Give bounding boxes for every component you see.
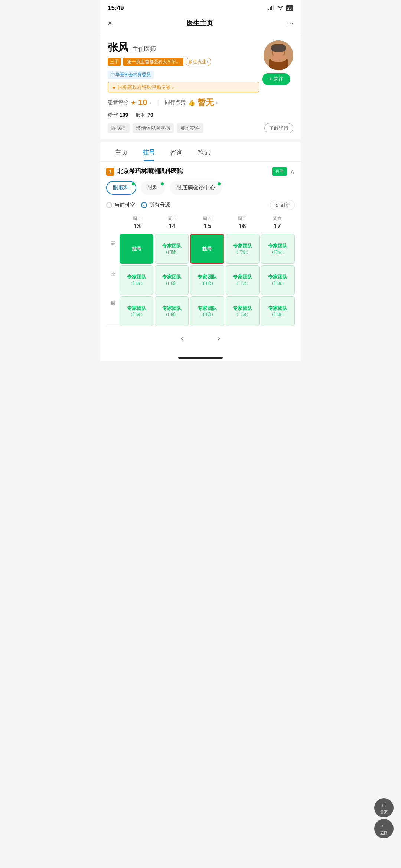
date-4: 17 <box>260 222 295 230</box>
grid-col-1: 专家团队（门诊） 专家团队（门诊） 专家团队（门诊） <box>155 234 189 326</box>
tab-notes[interactable]: 笔记 <box>190 142 218 161</box>
tag-expert[interactable]: ★ 国务院政府特殊津贴专家 › <box>108 82 259 92</box>
peer-value: 暂无 <box>198 97 214 108</box>
star-icon: ★ <box>131 99 136 106</box>
more-icon[interactable]: ··· <box>287 19 293 27</box>
status-time: 15:49 <box>108 4 124 12</box>
grid-col-3: 专家团队（门诊） 专家团队（门诊） 专家团队（门诊） <box>226 234 260 326</box>
filter-all[interactable]: 所有号源 <box>141 202 170 208</box>
collapse-button[interactable]: ∧ <box>290 168 295 176</box>
signal-icon <box>268 5 275 11</box>
dept-dot-fundus <box>132 182 135 185</box>
grid-col-2: 挂号 专家团队（门诊） 专家团队（门诊） <box>190 234 224 326</box>
tabs-row: 主页 挂号 咨询 笔记 <box>100 142 301 162</box>
tab-appointment[interactable]: 挂号 <box>135 142 163 161</box>
fans-count: 粉丝 109 <box>108 112 128 118</box>
svg-point-4 <box>280 9 281 10</box>
day-col-0: 周二 13 <box>120 215 154 233</box>
specialties-row: 眼底病 玻璃体视网膜病 黄斑变性 了解详情 <box>108 123 293 133</box>
stats-row: 患者评分 ★ 10 › | 同行点赞 👍 暂无 › <box>108 97 293 108</box>
cell-0-3[interactable]: 专家团队（门诊） <box>226 234 260 264</box>
cell-2-1[interactable]: 专家团队（门诊） <box>155 296 189 326</box>
specialty-3: 黄斑变性 <box>177 123 203 133</box>
next-button[interactable]: › <box>212 332 226 344</box>
thumb-icon: 👍 <box>188 99 195 106</box>
detail-button[interactable]: 了解详情 <box>264 123 293 133</box>
day-col-3: 周五 16 <box>225 215 260 233</box>
status-right: 23 <box>268 5 293 11</box>
cell-1-3[interactable]: 专家团队（门诊） <box>226 265 260 295</box>
hospital-header: 1 北京希玛林顺潮眼科医院 有号 ∧ <box>106 167 295 176</box>
specialty-2: 玻璃体视网膜病 <box>133 123 174 133</box>
day-col-2: 周四 15 <box>190 215 225 233</box>
tag-member: 中华医学会常务委员 <box>108 71 154 79</box>
rating-label: 患者评分 <box>108 99 128 106</box>
tag-multisite[interactable]: 多点执业 › <box>186 58 211 66</box>
date-2: 15 <box>190 222 225 230</box>
tag-hospital: 第一执业首都医科大学附... <box>123 58 183 66</box>
cell-0-4[interactable]: 专家团队（门诊） <box>261 234 295 264</box>
cell-1-2[interactable]: 专家团队（门诊） <box>190 265 224 295</box>
specialty-1: 眼底病 <box>108 123 130 133</box>
dept-tab-eye[interactable]: 眼科 <box>141 181 165 195</box>
cell-1-1[interactable]: 专家团队（门诊） <box>155 265 189 295</box>
cell-0-1[interactable]: 专家团队（门诊） <box>155 234 189 264</box>
profile-section: 张风 主任医师 三甲 第一执业首都医科大学附... 多点执业 › 中华医学会常务… <box>100 33 301 139</box>
wifi-icon <box>277 5 284 11</box>
tab-consult[interactable]: 咨询 <box>163 142 190 161</box>
tag-sanjia: 三甲 <box>108 58 121 66</box>
grid-col-0: 挂号 专家团队（门诊） 专家团队（门诊） <box>120 234 153 326</box>
cell-0-2[interactable]: 挂号 <box>190 234 224 264</box>
svg-rect-1 <box>270 7 271 10</box>
week-2: 周四 <box>190 215 225 222</box>
date-0: 13 <box>120 222 154 230</box>
date-1: 14 <box>154 222 189 230</box>
svg-rect-2 <box>271 6 272 10</box>
nav-bar: × 医生主页 ··· <box>100 15 301 33</box>
prev-button[interactable]: ‹ <box>175 332 189 344</box>
week-3: 周五 <box>225 215 260 222</box>
day-col-4: 周六 17 <box>260 215 295 233</box>
follow-button[interactable]: + 关注 <box>262 73 290 85</box>
dept-tab-fundus-center[interactable]: 眼底病会诊中心 <box>170 181 222 195</box>
radio-current <box>106 202 112 208</box>
schedule-header: 周二 13 周三 14 周四 15 周五 16 周六 17 <box>106 215 295 233</box>
week-0: 周二 <box>120 215 154 222</box>
cell-2-2[interactable]: 专家团队（门诊） <box>190 296 224 326</box>
hospital-section: 1 北京希玛林顺潮眼科医院 有号 ∧ 眼底科 眼科 眼底病会诊中心 当前科室 <box>100 162 301 353</box>
hospital-number: 1 <box>106 168 114 176</box>
schedule-container: 周二 13 周三 14 周四 15 周五 16 周六 17 <box>106 215 295 326</box>
status-bar: 15:49 23 <box>100 0 301 15</box>
avatar <box>264 40 293 70</box>
avatar-area: + 关注 <box>259 40 293 85</box>
svg-rect-0 <box>268 9 269 10</box>
tab-home[interactable]: 主页 <box>108 142 135 161</box>
time-col-spacer <box>106 215 120 233</box>
home-indicator <box>100 353 301 361</box>
patient-rating[interactable]: 患者评分 ★ 10 › <box>108 98 151 107</box>
schedule-grid: 挂号 专家团队（门诊） 专家团队（门诊） 专家团队（门诊） 专家团队（门诊） 专… <box>120 234 295 326</box>
doctor-title: 主任医师 <box>132 45 156 53</box>
week-1: 周三 <box>154 215 189 222</box>
expert-star-icon: ★ <box>112 85 116 90</box>
dept-tabs: 眼底科 眼科 眼底病会诊中心 <box>106 181 295 195</box>
refresh-button[interactable]: ↻ 刷新 <box>270 200 295 210</box>
home-bar <box>178 357 223 359</box>
cell-0-0[interactable]: 挂号 <box>120 234 153 264</box>
cell-2-0[interactable]: 专家团队（门诊） <box>120 296 153 326</box>
peer-label: 同行点赞 <box>165 99 186 106</box>
close-icon[interactable]: × <box>108 19 112 27</box>
peer-rating[interactable]: 同行点赞 👍 暂无 › <box>165 97 218 108</box>
dept-tab-fundus[interactable]: 眼底科 <box>106 181 136 195</box>
cell-1-0[interactable]: 专家团队（门诊） <box>120 265 153 295</box>
cell-2-4[interactable]: 专家团队（门诊） <box>261 296 295 326</box>
cell-1-4[interactable]: 专家团队（门诊） <box>261 265 295 295</box>
dept-dot-eye <box>161 182 164 185</box>
page-title: 医生主页 <box>186 19 213 27</box>
time-labels: 上午 下午 晚间 <box>106 234 120 326</box>
filter-current[interactable]: 当前科室 <box>106 202 135 208</box>
svg-rect-3 <box>273 5 274 10</box>
time-morning: 上午 <box>106 234 120 264</box>
cell-2-3[interactable]: 专家团队（门诊） <box>226 296 260 326</box>
fans-row: 粉丝 109 服务 70 <box>108 112 293 118</box>
